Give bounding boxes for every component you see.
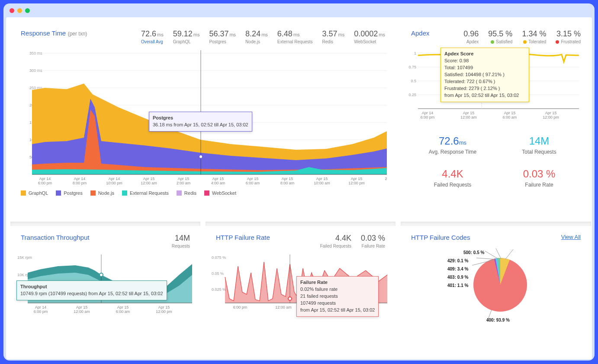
- metric: 0.0002msWebSocket: [354, 29, 385, 44]
- svg-text:10:00 am: 10:00 am: [314, 181, 330, 185]
- svg-text:Apr 15: Apr 15: [545, 111, 557, 115]
- panel-throughput: Transaction Throughput 14MRequests 15K r…: [10, 222, 200, 333]
- svg-text:6:00 am: 6:00 am: [246, 181, 260, 185]
- minimize-window-button[interactable]: [17, 8, 22, 13]
- chart-legend: GraphQLPostgresNode.jsExternal RequestsR…: [10, 187, 395, 199]
- svg-text:Apr 15: Apr 15: [178, 177, 190, 181]
- panel-http-codes: HTTP Failure Codes View All: [401, 222, 591, 333]
- pie-label: 409: 3.4 %: [447, 267, 468, 271]
- svg-text:8:00 am: 8:00 am: [280, 181, 295, 185]
- pie-label: 429: 0.1 %: [447, 258, 468, 263]
- metric: 56.37msPostgres: [209, 29, 236, 44]
- metric: 6.48msExternal Requests: [277, 29, 313, 44]
- svg-text:6:00 am: 6:00 am: [503, 115, 517, 119]
- svg-text:Apr 14: Apr 14: [39, 177, 51, 181]
- svg-text:Apr 15: Apr 15: [504, 111, 516, 115]
- svg-text:0.25: 0.25: [408, 93, 416, 97]
- svg-text:12:00 am: 12:00 am: [74, 309, 90, 314]
- dashboard: Response Time (per txn) 72.6msOverall Av…: [6, 17, 592, 359]
- svg-text:Apr 15: Apr 15: [117, 305, 129, 309]
- svg-point-60: [100, 273, 103, 277]
- metric: 3.15 %Frustrated: [556, 29, 581, 44]
- panel-title: HTTP Failure Rate: [216, 234, 270, 241]
- legend-item[interactable]: Node.js: [90, 190, 114, 196]
- pie-label: 500: 0.5 %: [463, 250, 484, 255]
- throughput-tooltip: Throughput 10749.9 rpm (107499 requests)…: [16, 280, 167, 300]
- svg-text:4:00 am: 4:00 am: [211, 181, 225, 185]
- pie-label: 403: 0.9 %: [447, 275, 468, 280]
- legend-item[interactable]: Redis: [177, 190, 196, 196]
- svg-text:12:00 pm: 12:00 pm: [543, 115, 559, 119]
- svg-text:12:00 pm: 12:00 pm: [348, 181, 365, 185]
- svg-point-74: [288, 297, 292, 300]
- svg-text:Apr 15: Apr 15: [247, 177, 259, 181]
- metric: 3.57msRedis: [322, 29, 345, 44]
- close-window-button[interactable]: [10, 8, 14, 13]
- svg-line-81: [505, 249, 513, 259]
- legend-item[interactable]: GraphQL: [21, 190, 48, 196]
- legend-item[interactable]: WebSocket: [204, 190, 236, 196]
- metric: 8.24msNode.js: [245, 29, 268, 44]
- svg-line-83: [485, 251, 498, 259]
- svg-text:2:00 am: 2:00 am: [177, 181, 191, 185]
- panel-http-failure: HTTP Failure Rate 4.4KFailed Requests 0.…: [206, 222, 395, 333]
- metric: 0.96Apdex: [463, 29, 479, 44]
- svg-text:Apr 14: Apr 14: [74, 177, 86, 181]
- svg-text:1: 1: [414, 51, 416, 55]
- metric: 72.6msOverall Avg: [141, 29, 164, 44]
- titlebar: [3, 3, 595, 17]
- panel-title: HTTP Failure Codes: [411, 234, 470, 241]
- svg-text:Apr 14: Apr 14: [109, 177, 120, 181]
- svg-line-82: [496, 248, 501, 259]
- apdex-stats: 72.6msAvg. Response Time 14MTotal Reques…: [401, 122, 591, 201]
- metric: 59.12msGraphQL: [173, 29, 200, 44]
- svg-text:Apr 15: Apr 15: [76, 305, 88, 309]
- svg-text:12:00 am: 12:00 am: [460, 115, 477, 119]
- svg-text:Apr 15: Apr 15: [316, 177, 328, 181]
- svg-text:Apr 14: Apr 14: [35, 305, 47, 309]
- svg-text:12:00 am: 12:00 am: [275, 305, 292, 309]
- legend-item[interactable]: External Requests: [122, 190, 169, 196]
- svg-text:12:00 pm: 12:00 pm: [156, 309, 172, 314]
- svg-text:8:00 pm: 8:00 pm: [73, 181, 87, 185]
- metric: 95.5 %Satisfied: [488, 29, 512, 44]
- panel-title: Response Time: [21, 29, 66, 37]
- pie-label: 400: 93.9 %: [486, 318, 510, 322]
- svg-text:10:00 pm: 10:00 pm: [106, 181, 122, 185]
- svg-text:Apr 15: Apr 15: [143, 177, 155, 181]
- svg-text:6:00 pm: 6:00 pm: [38, 181, 52, 185]
- svg-text:0.05 %: 0.05 %: [212, 271, 224, 276]
- panel-response-time: Response Time (per txn) 72.6msOverall Av…: [10, 22, 395, 216]
- svg-text:12:00 am: 12:00 am: [141, 181, 157, 185]
- failure-codes-pie[interactable]: [401, 244, 587, 326]
- svg-text:Apr 14: Apr 14: [422, 111, 434, 115]
- apdex-tooltip: Apdex Score Score: 0.98 Total: 107499 Sa…: [440, 48, 529, 102]
- svg-text:Apr 15: Apr 15: [463, 111, 475, 115]
- browser-window: Response Time (per txn) 72.6msOverall Av…: [3, 3, 595, 361]
- svg-text:2: 2: [385, 177, 387, 181]
- chart-tooltip: Postgres 36.18 ms from Apr 15, 02:52 til…: [149, 112, 252, 132]
- svg-text:0.025 %: 0.025 %: [212, 287, 226, 292]
- panel-apdex: Apdex 0.96Apdex95.5 %Satisfied1.34 %Tole…: [401, 22, 591, 216]
- svg-text:6:00 pm: 6:00 pm: [34, 309, 48, 314]
- svg-text:6:00 pm: 6:00 pm: [233, 305, 248, 309]
- maximize-window-button[interactable]: [25, 8, 30, 13]
- legend-item[interactable]: Postgres: [56, 190, 82, 196]
- failure-tooltip: Failure Rate 0.02% failure rate 21 faile…: [296, 276, 379, 317]
- panel-title: Transaction Throughput: [21, 234, 89, 241]
- view-all-link[interactable]: View All: [561, 234, 581, 240]
- svg-line-84: [476, 258, 496, 259]
- svg-text:0.075 %: 0.075 %: [212, 255, 226, 260]
- svg-text:0.5: 0.5: [411, 79, 416, 83]
- panel-title: Apdex: [411, 29, 430, 37]
- svg-text:15K rpm: 15K rpm: [17, 255, 32, 260]
- svg-text:Apr 15: Apr 15: [351, 177, 363, 181]
- svg-text:6:00 am: 6:00 am: [116, 309, 130, 314]
- metrics-row: 72.6msOverall Avg59.12msGraphQL56.37msPo…: [141, 29, 385, 44]
- panel-subtitle: (per txn): [68, 31, 87, 37]
- svg-text:Apr 15: Apr 15: [282, 177, 293, 181]
- svg-text:Apr 15: Apr 15: [212, 177, 224, 181]
- svg-text:Apr 15: Apr 15: [158, 305, 170, 309]
- svg-text:0.75: 0.75: [408, 65, 416, 69]
- svg-text:6:00 pm: 6:00 pm: [421, 115, 435, 119]
